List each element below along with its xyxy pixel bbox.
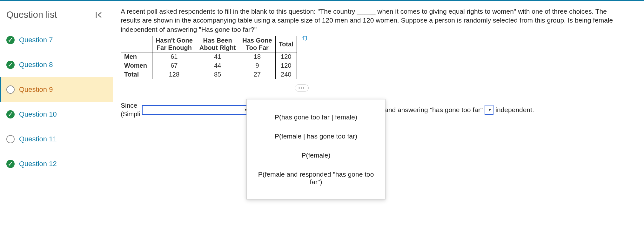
table-cell: 44 bbox=[196, 61, 239, 70]
table-cell: 41 bbox=[196, 52, 239, 61]
data-table-wrap: Hasn't Gone Far Enough Has Been About Ri… bbox=[121, 36, 636, 79]
table-row: Women 67 44 9 120 bbox=[121, 61, 297, 70]
sidebar-item-label: Question 7 bbox=[19, 36, 53, 44]
sidebar-item-label: Question 12 bbox=[19, 160, 57, 168]
col-header: Has Gone Too Far bbox=[239, 36, 275, 52]
section-divider bbox=[290, 88, 467, 88]
sidebar-item-q8[interactable]: ✓ Question 8 bbox=[0, 52, 113, 77]
more-options-button[interactable]: ••• bbox=[295, 84, 309, 91]
collapse-sidebar-button[interactable] bbox=[94, 10, 104, 20]
probability-select-1[interactable]: ▼ bbox=[142, 105, 250, 115]
dropdown-option[interactable]: P(female and responded "has gone too far… bbox=[247, 165, 385, 192]
sidebar-item-label: Question 11 bbox=[19, 135, 57, 143]
table-row: Men 61 41 18 120 bbox=[121, 52, 297, 61]
table-cell: 27 bbox=[239, 70, 275, 79]
table-header-row: Hasn't Gone Far Enough Has Been About Ri… bbox=[121, 36, 297, 52]
sidebar-item-q7[interactable]: ✓ Question 7 bbox=[0, 28, 113, 52]
table-cell: 128 bbox=[152, 70, 196, 79]
row-header: Men bbox=[121, 52, 152, 61]
simplify-label: (Simpli bbox=[121, 111, 140, 118]
check-icon: ✓ bbox=[6, 36, 15, 44]
table-row: Total 128 85 27 240 bbox=[121, 70, 297, 79]
sidebar-item-label: Question 9 bbox=[19, 85, 53, 94]
table-cell: 9 bbox=[239, 61, 275, 70]
row-header: Women bbox=[121, 61, 152, 70]
probability-dropdown: P(has gone too far | female) P(female | … bbox=[246, 99, 386, 199]
svg-rect-2 bbox=[303, 36, 306, 40]
data-table: Hasn't Gone Far Enough Has Been About Ri… bbox=[121, 36, 297, 79]
dropdown-option[interactable]: P(female) bbox=[247, 146, 385, 165]
sidebar-item-q10[interactable]: ✓ Question 10 bbox=[0, 102, 113, 127]
table-cell: 240 bbox=[275, 70, 297, 79]
app-root: Question list ✓ Question 7 ✓ Question 8 … bbox=[0, 0, 644, 243]
col-header: Total bbox=[275, 36, 297, 52]
independent-label: independent. bbox=[495, 106, 534, 114]
table-cell: 120 bbox=[275, 52, 297, 61]
check-icon: ✓ bbox=[6, 110, 15, 118]
dropdown-option[interactable]: P(has gone too far | female) bbox=[247, 108, 385, 127]
copy-table-icon[interactable] bbox=[301, 36, 307, 43]
col-header: Hasn't Gone Far Enough bbox=[152, 36, 196, 52]
table-cell: 85 bbox=[196, 70, 239, 79]
sidebar-item-label: Question 10 bbox=[19, 110, 57, 118]
since-label: Since bbox=[121, 102, 140, 109]
check-icon: ✓ bbox=[6, 160, 15, 168]
collapse-icon bbox=[95, 11, 103, 19]
table-cell: 61 bbox=[152, 52, 196, 61]
sidebar-header: Question list bbox=[0, 1, 113, 28]
sidebar-item-q9[interactable]: Question 9 bbox=[0, 77, 113, 102]
sidebar-item-q11[interactable]: Question 11 bbox=[0, 127, 113, 152]
relation-select[interactable]: ▼ bbox=[485, 105, 493, 115]
table-cell: 67 bbox=[152, 61, 196, 70]
table-cell: 18 bbox=[239, 52, 275, 61]
question-prompt: A recent poll asked respondents to fill … bbox=[121, 7, 622, 34]
table-cell: 120 bbox=[275, 61, 297, 70]
check-icon: ✓ bbox=[6, 61, 15, 69]
open-status-icon bbox=[6, 85, 15, 94]
question-content: A recent poll asked respondents to fill … bbox=[113, 1, 644, 243]
sidebar-item-label: Question 8 bbox=[19, 61, 53, 69]
chevron-down-icon: ▼ bbox=[487, 108, 493, 112]
col-header: Has Been About Right bbox=[196, 36, 239, 52]
table-corner bbox=[121, 36, 152, 52]
dropdown-option[interactable]: P(female | has gone too far) bbox=[247, 127, 385, 146]
question-list-sidebar: Question list ✓ Question 7 ✓ Question 8 … bbox=[0, 1, 113, 243]
open-status-icon bbox=[6, 135, 15, 143]
row-header: Total bbox=[121, 70, 152, 79]
sidebar-title: Question list bbox=[6, 10, 57, 20]
sidebar-item-q12[interactable]: ✓ Question 12 bbox=[0, 152, 113, 176]
question-list: ✓ Question 7 ✓ Question 8 Question 9 ✓ Q… bbox=[0, 28, 113, 176]
